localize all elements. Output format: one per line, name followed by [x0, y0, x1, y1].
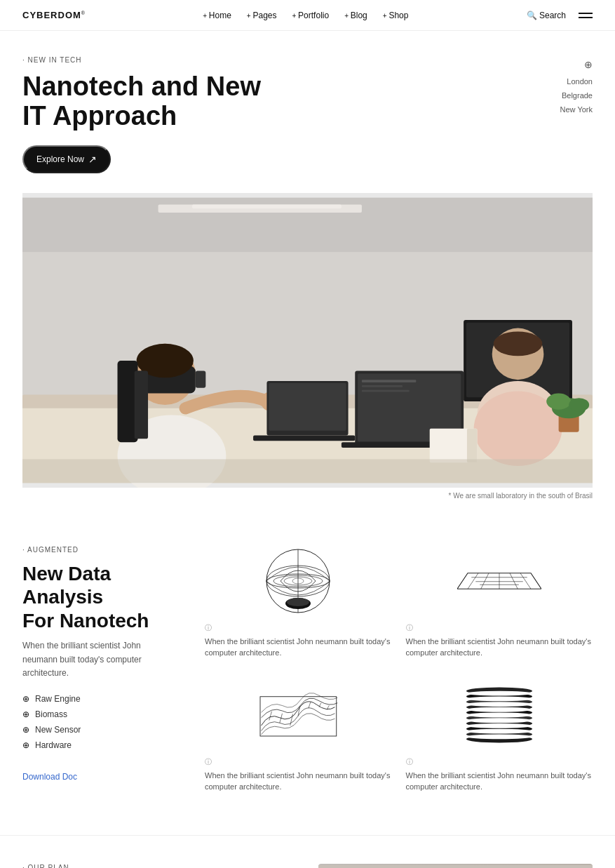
nav-links: Home Pages Portfolio Blog Shop: [203, 11, 408, 20]
nav-right: 🔍 Search: [527, 11, 593, 20]
hero-cta-label: Explore Now: [36, 154, 84, 164]
analysis-card-text-4: When the brilliant scientist John neuman…: [406, 770, 593, 793]
next-section: OUR PLAN What's Next In Tech With Johane…: [0, 835, 615, 868]
info-icon-2: ⓘ: [406, 623, 593, 633]
grid-icon: [406, 546, 593, 616]
logo-text: CYBERDOM: [22, 10, 81, 20]
svg-point-68: [466, 690, 532, 695]
svg-line-56: [520, 573, 531, 589]
svg-rect-21: [362, 385, 403, 387]
nav-shop[interactable]: Shop: [383, 11, 409, 20]
analysis-card-text-1: When the brilliant scientist John neuman…: [205, 636, 392, 659]
location-belgrade: Belgrade: [562, 91, 593, 100]
svg-rect-77: [318, 864, 593, 868]
analysis-left: AUGMENTED New Data Analysis For Nanotech…: [22, 546, 191, 793]
analysis-card-text-2: When the brilliant scientist John neuman…: [406, 636, 593, 659]
svg-point-47: [287, 598, 309, 606]
analysis-title-line1: New Data Analysis: [22, 563, 111, 608]
hero-title-line2: IT Approach: [22, 101, 177, 131]
feature-item-1: Raw Engine: [22, 694, 191, 704]
svg-point-76: [466, 734, 532, 739]
analysis-right: ⓘ When the brilliant scientist John neum…: [191, 546, 593, 793]
hero-caption: * We are small laboratory in the south o…: [22, 488, 593, 504]
svg-rect-14: [135, 370, 148, 439]
svg-point-74: [466, 723, 532, 728]
logo: CYBERDOM®: [22, 10, 85, 20]
svg-rect-20: [362, 380, 416, 382]
feature-list: Raw Engine Biomass New Sensor Hardware: [22, 694, 191, 750]
navigation: CYBERDOM® Home Pages Portfolio Blog Shop…: [0, 0, 615, 31]
next-image: [318, 864, 593, 868]
info-icon-4: ⓘ: [406, 757, 593, 767]
hero-title-line1: Nanotech and New: [22, 72, 261, 101]
search-icon: 🔍: [527, 11, 537, 20]
location-london: London: [567, 77, 593, 86]
next-layout: OUR PLAN What's Next In Tech With Johane…: [22, 864, 593, 868]
svg-point-30: [494, 331, 543, 356]
svg-line-55: [510, 573, 518, 589]
analysis-tag: AUGMENTED: [22, 546, 191, 554]
feature-item-2: Biomass: [22, 709, 191, 719]
cylinder-icon: [406, 680, 593, 750]
next-image-inner: [318, 864, 593, 868]
next-left: OUR PLAN What's Next In Tech With Johane…: [22, 864, 297, 868]
svg-point-75: [466, 728, 532, 733]
svg-rect-37: [467, 428, 478, 462]
nav-pages[interactable]: Pages: [247, 11, 277, 20]
location-new-york: New York: [560, 105, 593, 114]
location-icon: ⊕: [560, 56, 593, 74]
hero-tag: NEW IN TECH: [22, 56, 593, 64]
svg-point-35: [569, 398, 589, 411]
feature-item-4: Hardware: [22, 740, 191, 750]
svg-rect-22: [362, 389, 410, 392]
hero-title: Nanotech and New IT Approach: [22, 72, 593, 131]
arrow-icon: ↗: [88, 154, 97, 165]
wave-icon: [205, 680, 392, 750]
analysis-card-1: ⓘ When the brilliant scientist John neum…: [205, 546, 392, 659]
hero-image-scene: [22, 193, 593, 488]
hero-image: [22, 193, 593, 488]
svg-line-52: [468, 573, 478, 589]
search-button[interactable]: 🔍 Search: [527, 11, 566, 20]
svg-rect-17: [253, 435, 355, 441]
hero-section: NEW IN TECH Nanotech and New IT Approach…: [0, 31, 615, 504]
nav-portfolio[interactable]: Portfolio: [292, 11, 329, 20]
svg-rect-38: [22, 459, 593, 483]
analysis-desc: When the brilliant scientist John neuman…: [22, 639, 163, 680]
explore-now-button[interactable]: Explore Now ↗: [22, 145, 111, 173]
svg-point-69: [466, 696, 532, 701]
next-tag: OUR PLAN: [22, 864, 297, 868]
info-icon-1: ⓘ: [205, 623, 392, 633]
svg-rect-16: [269, 383, 346, 431]
svg-point-71: [466, 707, 532, 712]
nav-blog[interactable]: Blog: [344, 11, 367, 20]
svg-line-53: [481, 573, 489, 589]
menu-line-1: [579, 13, 593, 14]
svg-point-72: [466, 712, 532, 717]
download-doc-link[interactable]: Download Doc: [22, 772, 77, 782]
nav-home[interactable]: Home: [203, 11, 231, 20]
info-icon-3: ⓘ: [205, 757, 392, 767]
svg-point-70: [466, 702, 532, 707]
analysis-card-text-3: When the brilliant scientist John neuman…: [205, 770, 392, 793]
analysis-title: New Data Analysis For Nanotech: [22, 562, 191, 633]
svg-rect-3: [192, 204, 342, 208]
svg-point-73: [466, 718, 532, 723]
analysis-section: AUGMENTED New Data Analysis For Nanotech…: [0, 504, 615, 835]
menu-line-2: [579, 17, 593, 18]
hero-image-svg: [22, 193, 593, 488]
feature-item-3: New Sensor: [22, 725, 191, 735]
analysis-layout: AUGMENTED New Data Analysis For Nanotech…: [22, 546, 593, 793]
analysis-title-line2: For Nanotech: [22, 610, 149, 632]
svg-rect-10: [196, 370, 206, 387]
locations-block: ⊕ London Belgrade New York: [560, 56, 593, 117]
analysis-card-2: ⓘ When the brilliant scientist John neum…: [406, 546, 593, 659]
analysis-card-4: ⓘ When the brilliant scientist John neum…: [406, 680, 593, 793]
hamburger-menu[interactable]: [579, 13, 593, 18]
svg-point-34: [546, 393, 571, 409]
analysis-card-3: ⓘ When the brilliant scientist John neum…: [205, 680, 392, 793]
sphere-icon: [205, 546, 392, 616]
